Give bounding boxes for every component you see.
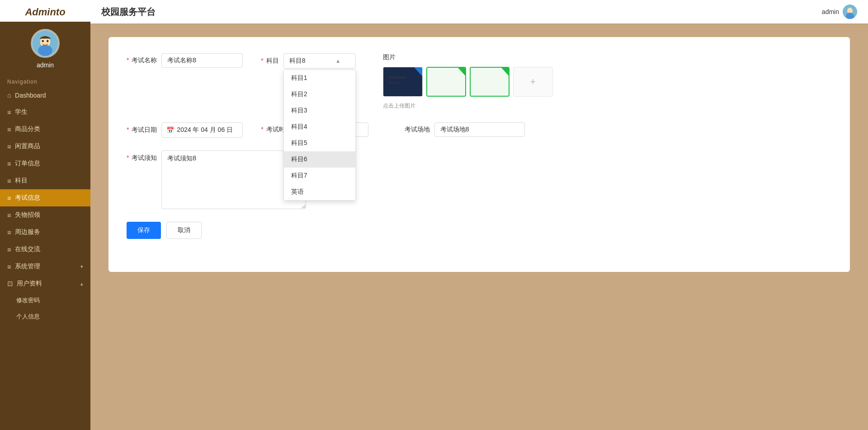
exam-notice-field: * 考试须知 考试须知8 (127, 150, 832, 209)
list-icon: ≡ (7, 211, 11, 219)
image-thumb-1[interactable] (383, 67, 423, 97)
sidebar-item-label: 学生 (15, 108, 28, 116)
svg-point-3 (42, 40, 44, 42)
list-icon: ≡ (7, 177, 11, 185)
svg-point-2 (38, 45, 52, 56)
sidebar-item-label: 系统管理 (15, 262, 40, 271)
sidebar-user-area: admin (0, 22, 90, 74)
exam-date-value: 2024 年 04 月 06 日 (177, 126, 233, 134)
svg-rect-11 (388, 82, 401, 84)
list-icon: ≡ (7, 160, 11, 168)
sidebar-item-label: 商品分类 (15, 125, 40, 133)
content-area: * 考试名称 * 科目 科目8 ▲ (90, 23, 868, 430)
dropdown-item-english[interactable]: 英语 (284, 184, 355, 200)
sidebar-subitem-label: 个人信息 (16, 313, 40, 321)
sidebar-subitem-label: 修改密码 (16, 296, 40, 304)
topbar-user[interactable]: admin (822, 5, 857, 19)
sidebar-subitem-personal-info[interactable]: 个人信息 (0, 308, 90, 325)
dropdown-item-km4[interactable]: 科目4 (284, 119, 355, 135)
subject-dropdown-list: 科目1 科目2 科目3 科目4 科目5 科目6 科目7 英语 (283, 70, 356, 201)
sidebar-item-lost-found[interactable]: ≡ 失物招领 (0, 206, 90, 224)
app-logo: Adminto (7, 6, 83, 18)
sidebar-item-label: Dashboard (15, 92, 46, 99)
sidebar-item-dashboard[interactable]: ⌂ Dashboard (0, 87, 90, 103)
button-row: 保存 取消 (127, 222, 832, 239)
sidebar-item-secondhand[interactable]: ≡ 闲置商品 (0, 138, 90, 155)
sidebar-item-student[interactable]: ≡ 学生 (0, 103, 90, 121)
image-preview-2 (427, 68, 466, 97)
topbar: 校园服务平台 admin (90, 0, 868, 23)
sidebar-item-label: 考试信息 (15, 194, 40, 202)
exam-venue-label: 考试场地 (405, 126, 430, 134)
save-button[interactable]: 保存 (127, 222, 161, 239)
sidebar-item-online-chat[interactable]: ≡ 在线交流 (0, 241, 90, 258)
topbar-username: admin (822, 8, 839, 15)
exam-venue-field: 考试场地 (405, 122, 525, 137)
sidebar-item-label: 闲置商品 (15, 142, 40, 150)
dropdown-item-km6[interactable]: 科目6 (284, 151, 355, 168)
list-icon: ≡ (7, 263, 11, 271)
form-row-1: * 考试名称 * 科目 科目8 ▲ (127, 53, 832, 110)
subject-selected-value: 科目8 (289, 57, 306, 65)
list-icon: ≡ (7, 143, 11, 150)
svg-rect-10 (388, 76, 406, 79)
nav-section-label: Navigation (0, 74, 90, 87)
sidebar-item-exam-info[interactable]: ≡ 考试信息 (0, 189, 90, 206)
chevron-up-icon: ▲ (335, 58, 341, 64)
sidebar-item-label: 订单信息 (15, 159, 40, 168)
home-icon: ⌂ (7, 91, 11, 99)
avatar-image (33, 31, 58, 56)
avatar (31, 29, 60, 58)
image-section: 图片 (383, 53, 832, 110)
image-preview-1 (383, 67, 423, 97)
sidebar-item-user-profile[interactable]: ⊡ 用户资料 ▴ (0, 275, 90, 292)
form-row-3: * 考试须知 考试须知8 (127, 150, 832, 209)
svg-rect-12 (427, 68, 466, 97)
svg-point-4 (47, 40, 48, 42)
cancel-button[interactable]: 取消 (166, 222, 202, 239)
exam-venue-input[interactable] (434, 122, 525, 137)
subject-field: * 科目 科目8 ▲ 科目1 科目2 科目3 科目4 (261, 53, 355, 69)
sidebar-username: admin (37, 61, 54, 69)
subject-select-trigger[interactable]: 科目8 ▲ (283, 53, 356, 69)
exam-date-label: * 考试日期 (127, 126, 157, 134)
image-label: 图片 (383, 53, 396, 61)
dropdown-item-km5[interactable]: 科目5 (284, 135, 355, 151)
page-title: 校园服务平台 (101, 6, 822, 18)
subject-select-wrapper: 科目8 ▲ 科目1 科目2 科目3 科目4 科目5 科目6 科目7 英 (283, 53, 356, 69)
svg-rect-14 (471, 68, 509, 97)
form-row-2: * 考试日期 📅 2024 年 04 月 06 日 * 考试时间 (127, 122, 832, 138)
user-icon: ⊡ (7, 280, 13, 288)
list-icon: ≡ (7, 194, 11, 202)
sidebar: Adminto admin Navigation ⌂ Dashboard ≡ 学… (0, 0, 90, 430)
dropdown-item-km2[interactable]: 科目2 (284, 86, 355, 103)
image-upload-hint: 点击上传图片 (383, 102, 415, 110)
dropdown-item-km7[interactable]: 科目7 (284, 168, 355, 184)
exam-name-field: * 考试名称 (127, 53, 243, 68)
chevron-up-icon: ▴ (80, 281, 83, 287)
sidebar-item-label: 周边服务 (15, 228, 40, 236)
image-upload-button[interactable]: + (513, 67, 553, 97)
topbar-avatar-image (843, 5, 857, 19)
sidebar-item-system-mgmt[interactable]: ≡ 系统管理 ▾ (0, 258, 90, 275)
exam-notice-label: * 考试须知 (127, 154, 157, 162)
list-icon: ≡ (7, 246, 11, 253)
dropdown-item-km1[interactable]: 科目1 (284, 70, 355, 86)
list-icon: ≡ (7, 126, 11, 133)
sidebar-item-subjects[interactable]: ≡ 科目 (0, 172, 90, 189)
sidebar-item-label: 用户资料 (17, 280, 42, 288)
exam-name-label: * 考试名称 (127, 56, 157, 65)
sidebar-item-orders[interactable]: ≡ 订单信息 (0, 155, 90, 172)
sidebar-item-goods-category[interactable]: ≡ 商品分类 (0, 121, 90, 138)
exam-name-input[interactable] (161, 53, 243, 68)
image-row: + (383, 67, 553, 97)
image-thumb-3[interactable] (470, 67, 509, 97)
sidebar-item-label: 科目 (15, 177, 28, 185)
form-card: * 考试名称 * 科目 科目8 ▲ (108, 37, 850, 272)
sidebar-subitem-change-password[interactable]: 修改密码 (0, 292, 90, 308)
sidebar-item-nearby-service[interactable]: ≡ 周边服务 (0, 224, 90, 241)
sidebar-item-label: 在线交流 (15, 245, 40, 253)
dropdown-item-km3[interactable]: 科目3 (284, 103, 355, 119)
image-thumb-2[interactable] (426, 67, 466, 97)
exam-date-input[interactable]: 📅 2024 年 04 月 06 日 (161, 122, 243, 138)
